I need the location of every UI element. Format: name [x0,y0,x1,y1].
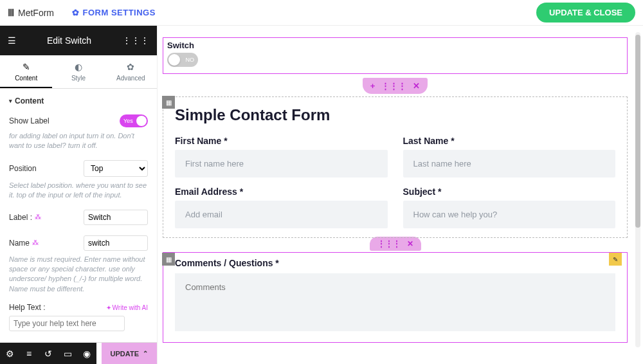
app-logo: Ⅲ MetForm [8,7,54,19]
chevron-up-icon: ⌃ [143,350,148,357]
first-name-label: First Name * [175,136,388,146]
elementor-icon: Ⅲ [8,7,14,19]
section-handle-icon[interactable]: ▦ [162,96,175,109]
update-close-button[interactable]: UPDATE & CLOSE [536,3,635,23]
edit-widget-icon[interactable]: ✎ [609,253,622,266]
write-with-ai-link[interactable]: ✦Write with AI [106,304,148,311]
panel-widgets-icon[interactable]: ⋮⋮⋮ [122,35,149,46]
app-name: MetForm [18,8,54,18]
label-input[interactable] [84,210,148,225]
switch-label: Switch [167,41,623,50]
position-help: Select label position. where you want to… [9,181,148,201]
pencil-icon: ✎ [23,62,30,72]
switch-knob [168,54,180,66]
name-input[interactable] [84,235,148,251]
helptext-label: Help Text : [9,303,45,312]
section-delete-icon[interactable]: ✕ [413,81,420,91]
footer-responsive-icon[interactable]: ▭ [58,343,77,365]
position-label: Position [9,164,37,173]
section-add-icon[interactable]: + [370,81,376,91]
name-help: Name is must required. Enter name withou… [9,255,148,295]
panel-update-button[interactable]: UPDATE ⌃ [102,343,157,365]
email-label: Email Address * [175,187,388,197]
form-heading: Simple Contact Form [175,106,615,124]
column-delete-icon[interactable]: ✕ [407,239,413,248]
email-input[interactable] [175,201,388,228]
switch-widget[interactable]: Switch NO [163,37,628,74]
last-name-label: Last Name * [403,136,616,146]
comments-widget[interactable]: ▦ ✎ Comments / Questions * [163,252,628,343]
dynamic-icon[interactable]: ⁂ [35,214,41,221]
helptext-input[interactable] [9,316,125,331]
footer-preview-icon[interactable]: ◉ [77,343,96,365]
position-select[interactable]: Top [84,160,148,177]
style-icon: ◐ [75,62,82,72]
subject-label: Subject * [403,187,616,197]
panel-title: Edit Switch [47,35,91,46]
column-handle-icon[interactable]: ▦ [162,253,175,266]
first-name-input[interactable] [175,150,388,177]
section-toolbar: + ⋮⋮⋮ ✕ [363,78,428,94]
switch-toggle[interactable]: NO [167,53,198,67]
footer-history-icon[interactable]: ↺ [39,343,58,365]
subject-input[interactable] [403,201,616,228]
last-name-input[interactable] [403,150,616,177]
canvas-scrollbar[interactable] [635,32,640,347]
footer-navigator-icon[interactable]: ≡ [19,343,39,365]
column-drag-icon[interactable]: ⋮⋮⋮ [377,239,401,248]
form-settings-link[interactable]: ✿ FORM SETTINGS [72,8,156,17]
panel-menu-icon[interactable]: ☰ [8,35,16,46]
name-field-label: Name ⁂ [9,239,39,248]
show-label-label: Show Label [9,116,50,125]
footer-settings-icon[interactable]: ⚙ [0,343,19,365]
editor-panel: ☰ Edit Switch ⋮⋮⋮ ✎ Content ◐ Style ✿ Ad… [0,26,158,364]
column-toolbar: ⋮⋮⋮ ✕ [370,237,421,251]
dynamic-icon[interactable]: ⁂ [32,239,39,246]
show-label-toggle[interactable]: Yes [120,114,148,127]
tab-style[interactable]: ◐ Style [52,55,104,88]
gear-icon: ✿ [72,8,80,17]
tab-content[interactable]: ✎ Content [0,55,52,88]
section-content-toggle[interactable]: Content [9,96,148,105]
comments-textarea[interactable] [175,273,615,331]
scrollbar-thumb[interactable] [635,35,640,228]
show-label-help: for adding label on input turn it on. Do… [9,131,148,151]
section-drag-icon[interactable]: ⋮⋮⋮ [381,81,406,91]
label-field-label: Label : ⁂ [9,213,41,222]
tab-advanced[interactable]: ✿ Advanced [105,55,157,88]
form-section[interactable]: ▦ Simple Contact Form First Name * Last … [163,96,628,238]
comments-label: Comments / Questions * [175,258,615,268]
advanced-gear-icon: ✿ [127,62,134,72]
toggle-knob [136,116,147,126]
